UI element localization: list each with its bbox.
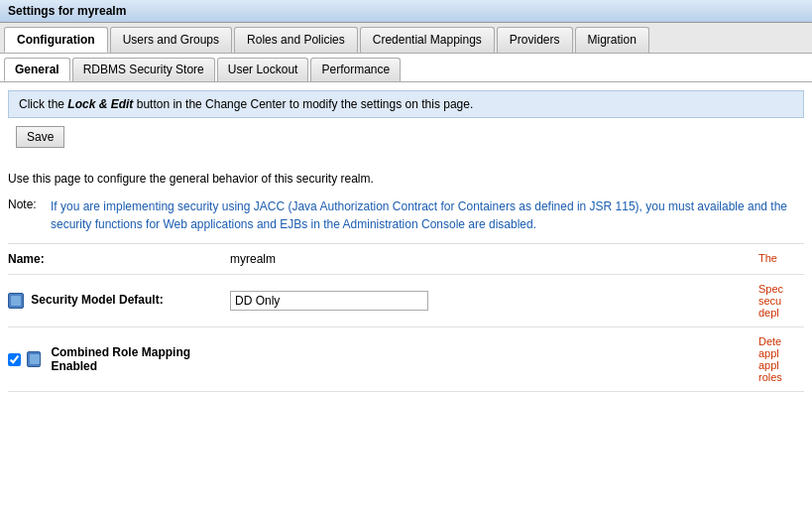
combined-role-checkbox-cell: Combined Role Mapping Enabled <box>8 345 218 373</box>
combined-role-checkbox[interactable] <box>8 353 21 366</box>
tab-credential-mappings[interactable]: Credential Mappings <box>360 27 495 53</box>
fields-table: Name: myrealm The Security Model Default… <box>8 244 804 392</box>
tab-general[interactable]: General <box>4 58 70 81</box>
tab-configuration[interactable]: Configuration <box>4 27 108 53</box>
security-model-select-wrapper: DD Only Custom Roles Custom Roles and Po… <box>230 291 751 311</box>
name-help-cell: The <box>754 244 804 275</box>
note-label: Note: <box>8 197 43 233</box>
tab-performance[interactable]: Performance <box>310 58 401 81</box>
page-description: Use this page to configure the general b… <box>8 168 804 194</box>
tab-providers[interactable]: Providers <box>497 27 573 53</box>
info-text-2: button in the Change Center to modify th… <box>133 97 473 111</box>
combined-role-icon <box>27 351 41 367</box>
name-label-cell: Name: <box>8 244 226 275</box>
window-title: Settings for myrealm <box>0 0 812 23</box>
security-model-label: Security Model Default: <box>31 293 163 307</box>
combined-role-label-cell: Combined Role Mapping Enabled <box>8 327 226 392</box>
content-area: Use this page to configure the general b… <box>0 160 812 392</box>
tab-roles-and-policies[interactable]: Roles and Policies <box>234 27 358 53</box>
table-row-name: Name: myrealm The <box>8 244 804 275</box>
combined-role-value-cell <box>226 327 754 392</box>
save-button[interactable]: Save <box>16 126 64 148</box>
security-model-select[interactable]: DD Only Custom Roles Custom Roles and Po… <box>230 291 428 311</box>
name-help-text: The <box>758 252 777 264</box>
security-model-icon <box>8 293 24 309</box>
tab-rdbms-security-store[interactable]: RDBMS Security Store <box>72 58 215 81</box>
inner-tab-bar: General RDBMS Security Store User Lockou… <box>0 54 812 82</box>
name-value: myrealm <box>230 252 276 266</box>
combined-role-label: Combined Role Mapping Enabled <box>51 345 218 373</box>
security-model-value-cell: DD Only Custom Roles Custom Roles and Po… <box>226 275 754 327</box>
name-value-cell: myrealm <box>226 244 754 275</box>
combined-role-help-text: Dete appl appl roles <box>758 335 782 383</box>
outer-tab-bar: Configuration Users and Groups Roles and… <box>0 23 812 54</box>
note-text: If you are implementing security using J… <box>51 197 804 233</box>
name-label: Name: <box>8 252 45 266</box>
security-model-help-text: Spec secu depl <box>758 283 783 319</box>
tab-user-lockout[interactable]: User Lockout <box>217 58 309 81</box>
table-row-security-model: Security Model Default: DD Only Custom R… <box>8 275 804 327</box>
tab-migration[interactable]: Migration <box>575 27 649 53</box>
combined-role-help-cell: Dete appl appl roles <box>754 327 804 392</box>
security-model-label-cell: Security Model Default: <box>8 275 226 327</box>
info-bold-text: Lock & Edit <box>67 97 133 111</box>
note-section: Note: If you are implementing security u… <box>8 194 804 244</box>
info-bar: Click the Lock & Edit button in the Chan… <box>8 90 804 118</box>
tab-users-and-groups[interactable]: Users and Groups <box>110 27 232 53</box>
table-row-combined-role-mapping: Combined Role Mapping Enabled Dete appl … <box>8 327 804 392</box>
security-model-help-cell: Spec secu depl <box>754 275 804 327</box>
info-text-1: Click the <box>19 97 67 111</box>
